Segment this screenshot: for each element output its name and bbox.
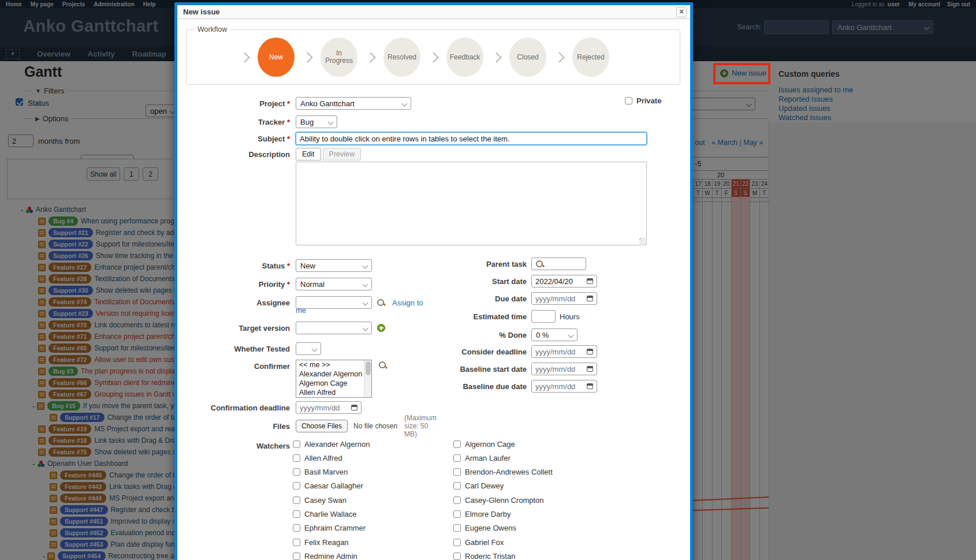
workflow-step-wrap: Rejected (546, 38, 609, 77)
tab-preview[interactable]: Preview (323, 148, 361, 160)
dialog-title: New issue (183, 8, 220, 16)
priority-select[interactable]: Normal (296, 278, 372, 290)
watcher-checkbox[interactable] (293, 496, 300, 504)
watcher-checkbox[interactable] (453, 468, 461, 476)
chevron-right-icon (357, 54, 383, 61)
watcher-checkbox[interactable] (453, 539, 461, 546)
assign-to-me-link[interactable]: me (296, 306, 306, 315)
workflow-fieldset: Workflow New In Progress Resolved (186, 29, 680, 85)
baseline-due-date-row: Baseline due date yyyy/mm/dd (414, 380, 597, 393)
estimated-time-input[interactable] (531, 310, 556, 323)
watcher-row: Casey-Glenn Crompton (453, 495, 544, 505)
dialog-title-bar: New issue × (177, 5, 690, 19)
watcher-checkbox[interactable] (293, 510, 300, 518)
file-size-hint: (Maximum size: 50 MB) (404, 414, 437, 438)
status-select[interactable]: New (296, 259, 372, 272)
watcher-row: Elmore Darby (453, 510, 511, 519)
watcher-row: Caesar Gallagher (293, 481, 363, 491)
choose-files-button[interactable]: Choose Files (296, 420, 348, 432)
watcher-checkbox[interactable] (293, 539, 300, 546)
watcher-checkbox[interactable] (453, 524, 461, 532)
calendar-icon[interactable] (351, 405, 357, 410)
private-checkbox[interactable] (625, 97, 632, 104)
watcher-row: Ephraim Crammer (293, 524, 366, 533)
start-date-input[interactable]: 2022/04/20 (531, 275, 597, 288)
done-ratio-label: % Done (414, 331, 527, 339)
watcher-name: Carl Dewey (465, 481, 504, 490)
consider-deadline-input[interactable]: yyyy/mm/dd (531, 345, 597, 358)
due-date-input[interactable]: yyyy/mm/dd (531, 292, 597, 305)
calendar-icon[interactable] (587, 278, 593, 284)
watcher-name: Elmore Darby (465, 510, 511, 518)
subject-input[interactable] (296, 132, 647, 145)
watcher-checkbox[interactable] (453, 496, 461, 504)
description-textarea[interactable] (296, 162, 647, 245)
search-icon[interactable] (535, 260, 544, 268)
watcher-checkbox[interactable] (293, 440, 300, 448)
watcher-name: Ephraim Crammer (304, 524, 366, 532)
confirmation-deadline-row: Confirmation deadline yyyy/mm/dd (183, 401, 362, 414)
watcher-checkbox[interactable] (293, 524, 300, 532)
watchers-label: Watchers (183, 442, 290, 450)
estimated-time-row: Estimated time Hours (414, 310, 580, 323)
scrollbar[interactable] (364, 360, 371, 397)
watcher-row: Algernon Cage (453, 439, 515, 449)
assignee-select[interactable] (296, 296, 372, 309)
chevron-right-icon (546, 54, 572, 61)
confirmer-option[interactable]: Allen Alfred (296, 388, 371, 397)
start-date-row: Start date 2022/04/20 (414, 275, 597, 288)
watcher-checkbox[interactable] (453, 440, 461, 448)
search-icon[interactable] (378, 361, 387, 369)
watcher-checkbox[interactable] (453, 482, 461, 490)
watcher-checkbox[interactable] (453, 510, 461, 518)
baseline-start-date-input[interactable]: yyyy/mm/dd (531, 363, 597, 375)
priority-row: Priority Normal (183, 278, 372, 290)
confirmer-label-row: Confirmer (183, 360, 296, 372)
watcher-name: Algernon Cage (465, 440, 515, 449)
confirmer-option[interactable]: Alexander Algernon (296, 369, 371, 379)
search-icon[interactable] (377, 298, 385, 307)
confirmation-deadline-input[interactable]: yyyy/mm/dd (296, 401, 362, 414)
resize-grip-icon[interactable] (639, 238, 646, 244)
watcher-row: Allen Alfred (293, 453, 342, 462)
baseline-start-date-row: Baseline start date yyyy/mm/dd (414, 363, 597, 375)
project-select[interactable]: Anko Ganttchart (296, 97, 411, 110)
new-issue-dialog: New issue × Workflow New In Progress (174, 2, 693, 560)
watcher-checkbox[interactable] (293, 468, 300, 476)
confirmer-option[interactable]: << me >> (296, 360, 371, 369)
calendar-icon[interactable] (587, 349, 593, 354)
parent-task-input[interactable] (531, 257, 586, 270)
baseline-due-date-label: Baseline due date (414, 382, 527, 391)
watcher-checkbox[interactable] (453, 552, 461, 560)
workflow-step-wrap: Feedback (420, 38, 483, 77)
whether-tested-select[interactable] (296, 342, 321, 355)
status-row: Status New (183, 259, 372, 272)
workflow-step: Resolved (383, 38, 420, 77)
watcher-checkbox[interactable] (453, 454, 461, 462)
watcher-name: Casey-Glenn Crompton (465, 496, 544, 505)
confirmer-listbox[interactable]: << me >>Alexander AlgernonAlgernon CageA… (296, 360, 372, 398)
confirmer-option[interactable]: Algernon Cage (296, 379, 371, 388)
workflow-step: In Progress (321, 38, 357, 77)
calendar-icon[interactable] (587, 366, 593, 372)
calendar-icon[interactable] (587, 383, 593, 389)
close-icon[interactable]: × (676, 7, 687, 17)
parent-task-row: Parent task (414, 257, 586, 270)
baseline-due-date-input[interactable]: yyyy/mm/dd (531, 380, 597, 393)
watcher-checkbox[interactable] (293, 552, 300, 560)
add-version-icon[interactable] (377, 324, 385, 332)
tracker-select[interactable]: Bug (296, 115, 337, 128)
workflow-step: Rejected (572, 38, 609, 77)
target-version-select[interactable] (296, 322, 372, 334)
tab-edit[interactable]: Edit (296, 148, 321, 160)
confirmer-label: Confirmer (183, 362, 290, 371)
watcher-name: Brendon-Andrewes Collett (465, 468, 553, 476)
done-ratio-select[interactable]: 0 % (531, 328, 578, 341)
watcher-row: Brendon-Andrewes Collett (453, 468, 553, 477)
watcher-name: Redmine Admin (304, 552, 357, 560)
watcher-checkbox[interactable] (293, 454, 300, 462)
calendar-icon[interactable] (587, 296, 593, 301)
watcher-name: Eugene Owens (465, 524, 516, 532)
watcher-checkbox[interactable] (293, 482, 300, 490)
description-label-row: Description (183, 148, 296, 160)
